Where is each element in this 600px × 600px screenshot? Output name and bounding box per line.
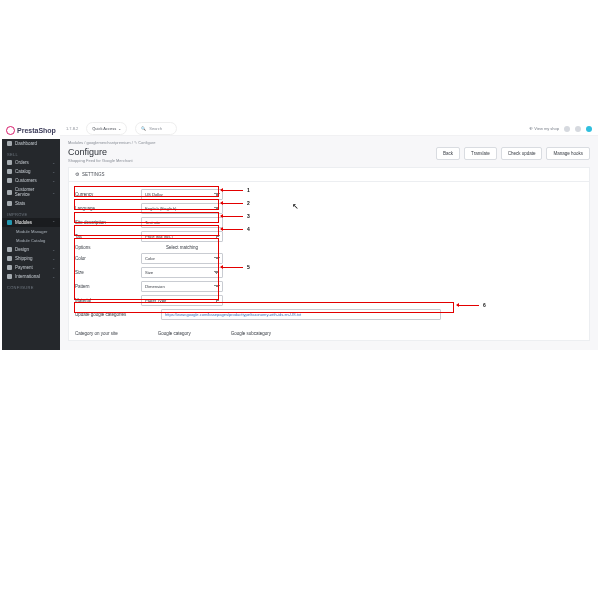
globe-icon [7, 274, 12, 279]
color-label: Color [75, 256, 135, 261]
sidebar-item-modules[interactable]: Modules⌃ [2, 218, 60, 227]
quick-access-dropdown[interactable]: Quick Access ⌄ [86, 122, 127, 135]
view-shop-link[interactable]: 👁 View my shop [529, 126, 559, 131]
sidebar-item-customer-service[interactable]: Customer Service⌄ [2, 185, 60, 199]
stats-icon [7, 201, 12, 206]
material-label: Material [75, 298, 135, 303]
sidebar-item-module-catalog[interactable]: Module Catalog [2, 236, 60, 245]
topbar: 1.7.8.2 Quick Access ⌄ 🔍Search 👁 View my… [60, 122, 598, 136]
update-categories-input[interactable] [161, 309, 441, 320]
main-content: 1.7.8.2 Quick Access ⌄ 🔍Search 👁 View my… [60, 122, 598, 350]
back-button[interactable]: Back [436, 147, 460, 160]
customers-icon [7, 178, 12, 183]
gift-icon[interactable] [575, 126, 581, 132]
sidebar-item-orders[interactable]: Orders⌄ [2, 158, 60, 167]
sidebar: PrestaShop Dashboard SELL Orders⌄ Catalo… [2, 122, 60, 350]
logo-icon [6, 126, 15, 135]
avatar[interactable] [586, 126, 592, 132]
version-label: 1.7.8.2 [66, 126, 78, 131]
color-select[interactable]: Color [141, 253, 223, 264]
tax-select[interactable]: Price (tax incl.) [141, 231, 223, 242]
pattern-label: Pattern [75, 284, 135, 289]
search-icon: 🔍 [141, 126, 146, 131]
sidebar-item-stats[interactable]: Stats [2, 199, 60, 208]
dashboard-icon [7, 141, 12, 146]
update-categories-label: Update google categories [75, 312, 155, 317]
search-input[interactable]: 🔍Search [135, 122, 177, 135]
site-description-label: Site description [75, 220, 135, 225]
manage-hooks-button[interactable]: Manage hooks [546, 147, 590, 160]
sidebar-item-module-manager[interactable]: Module Manager [2, 227, 60, 236]
breadcrumb: Modules / googlemerchantpremium / ✎ Conf… [60, 136, 598, 145]
notification-icon[interactable] [564, 126, 570, 132]
settings-icon: ⚙ [75, 172, 79, 177]
cat-header-site: Category on your site [75, 331, 118, 336]
size-select[interactable]: Size [141, 267, 223, 278]
payment-icon [7, 265, 12, 270]
tax-label: Tax [75, 234, 135, 239]
panel-header: ⚙SETTINGS [69, 168, 589, 182]
chevron-down-icon: ⌄ [118, 126, 121, 131]
size-label: Size [75, 270, 135, 275]
orders-icon [7, 160, 12, 165]
sidebar-section-improve: IMPROVE [2, 208, 60, 218]
sidebar-section-sell: SELL [2, 148, 60, 158]
chevron-up-icon: ⌃ [52, 220, 55, 225]
chevron-down-icon: ⌄ [52, 160, 55, 165]
sidebar-item-catalog[interactable]: Catalog⌄ [2, 167, 60, 176]
cursor-icon: ↖ [292, 202, 299, 211]
language-select[interactable]: English (English) [141, 203, 223, 214]
sidebar-section-configure: CONFIGURE [2, 281, 60, 291]
category-headers-row: Category on your site Google category Go… [69, 327, 589, 340]
settings-panel: ⚙SETTINGS Currency US Dollar Language En… [68, 167, 590, 341]
page-subtitle: Shopping Feed for Google Merchant [68, 158, 133, 163]
puzzle-icon [7, 220, 12, 225]
language-label: Language [75, 206, 135, 211]
pattern-select[interactable]: Dimension [141, 281, 223, 292]
page-title: Configure [68, 147, 133, 157]
design-icon [7, 247, 12, 252]
cat-header-google: Google category [158, 331, 191, 336]
currency-label: Currency [75, 192, 135, 197]
translate-button[interactable]: Translate [464, 147, 497, 160]
headset-icon [7, 190, 12, 195]
sidebar-item-payment[interactable]: Payment⌄ [2, 263, 60, 272]
truck-icon [7, 256, 12, 261]
currency-select[interactable]: US Dollar [141, 189, 223, 200]
catalog-icon [7, 169, 12, 174]
cat-header-subcat: Google subcategory [231, 331, 271, 336]
material-select[interactable]: Paper Type [141, 295, 223, 306]
site-description-input[interactable] [141, 217, 223, 228]
matching-header: Select matching [141, 245, 223, 250]
options-label: Options [75, 245, 135, 250]
sidebar-item-dashboard[interactable]: Dashboard [2, 139, 60, 148]
sidebar-item-shipping[interactable]: Shipping⌄ [2, 254, 60, 263]
sidebar-item-customers[interactable]: Customers⌄ [2, 176, 60, 185]
check-update-button[interactable]: Check update [501, 147, 543, 160]
sidebar-item-international[interactable]: International⌄ [2, 272, 60, 281]
sidebar-item-design[interactable]: Design⌄ [2, 245, 60, 254]
brand-logo: PrestaShop [2, 122, 60, 139]
